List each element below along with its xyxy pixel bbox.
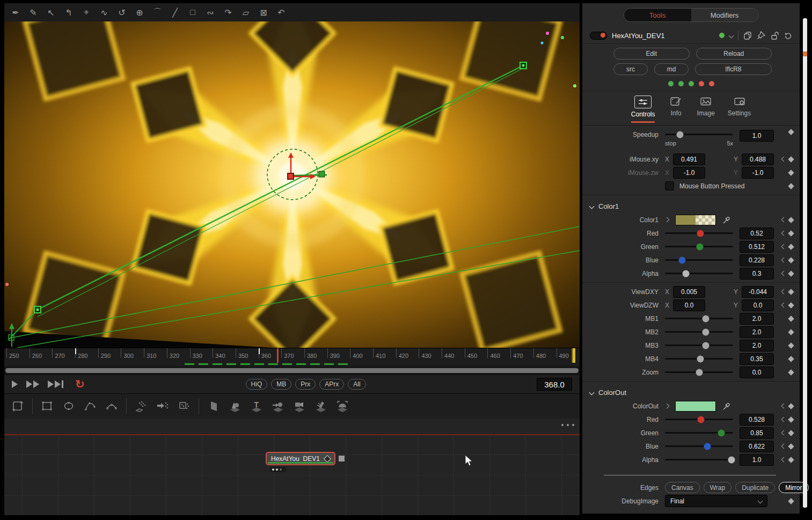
mb1-field[interactable]: 2.0 xyxy=(740,313,774,325)
mb4-slider[interactable] xyxy=(665,358,733,360)
lock-open-icon[interactable] xyxy=(770,31,779,40)
section-color1[interactable]: Color1 xyxy=(582,197,800,213)
keyframe-icon[interactable] xyxy=(788,129,794,135)
skip-to-end-button[interactable] xyxy=(48,380,63,388)
polygon-mask-icon[interactable] xyxy=(83,399,97,413)
imouse-x-field[interactable]: 0.491 xyxy=(673,153,705,165)
history-icon[interactable] xyxy=(784,31,792,40)
keyframe-icon[interactable] xyxy=(788,457,794,463)
src-button[interactable]: src xyxy=(613,63,648,75)
keyframe-icon[interactable] xyxy=(788,257,794,263)
keyframe-icon[interactable] xyxy=(788,342,794,348)
spot-light-3d-icon[interactable] xyxy=(314,399,328,413)
keyframe-icon[interactable] xyxy=(788,329,794,335)
keyframe-icon[interactable] xyxy=(788,270,794,276)
bypass-toggle[interactable] xyxy=(590,32,607,40)
edges-wrap-button[interactable]: Wrap xyxy=(704,482,731,493)
keyframe-icon[interactable] xyxy=(788,356,794,362)
expand-icon[interactable] xyxy=(664,217,670,223)
imouse-w-field[interactable]: -1.0 xyxy=(742,167,774,179)
keyframe-icon[interactable] xyxy=(788,170,794,175)
select-point-icon[interactable]: ↰ xyxy=(64,8,74,18)
line-segment-icon[interactable]: ╱ xyxy=(170,8,180,18)
keyframe-icon[interactable] xyxy=(788,183,794,189)
playhead[interactable] xyxy=(277,348,279,363)
keyframe-icon[interactable] xyxy=(788,403,794,409)
pin-point-icon[interactable]: ⊕ xyxy=(135,8,144,18)
node-hexatyou[interactable]: HexAtYou_DEV1 xyxy=(266,452,335,465)
point-lock-icon[interactable]: ⌖ xyxy=(82,8,91,17)
image-plane-3d-icon[interactable] xyxy=(207,399,221,413)
md-button[interactable]: md xyxy=(654,63,689,75)
color1-green-slider[interactable] xyxy=(665,246,733,247)
color1-alpha-field[interactable]: 0.3 xyxy=(740,268,774,280)
node-view-dots[interactable] xyxy=(270,467,286,472)
timeline-scrollbar[interactable] xyxy=(5,368,579,373)
curve-segment-icon[interactable]: ⌒ xyxy=(152,7,162,18)
marquee-select-icon[interactable]: □ xyxy=(188,8,197,17)
loop-button[interactable]: ↻ xyxy=(75,378,85,391)
particle-image-emitter-icon[interactable] xyxy=(156,399,170,413)
prev-keyframe-icon[interactable] xyxy=(781,289,787,295)
keyframe-icon[interactable] xyxy=(788,369,794,375)
renderer-3d-icon[interactable] xyxy=(335,399,349,413)
spline-handle-top-right[interactable] xyxy=(520,62,526,69)
colorout-green-field[interactable]: 0.85 xyxy=(740,427,774,439)
debug-image-select[interactable]: Final xyxy=(665,495,767,507)
tab-settings[interactable]: Settings xyxy=(728,96,751,123)
imouse-y-field[interactable]: 0.488 xyxy=(742,153,774,165)
viewer[interactable] xyxy=(4,21,580,348)
node-canvas[interactable]: HexAtYou_DEV1 xyxy=(4,435,580,515)
color1-alpha-slider[interactable] xyxy=(665,273,733,274)
status-dot[interactable] xyxy=(678,81,684,86)
color1-swatch[interactable] xyxy=(675,215,716,225)
prev-keyframe-icon[interactable] xyxy=(781,217,787,223)
quality-button[interactable]: MB xyxy=(271,379,291,390)
quality-button[interactable]: Prx xyxy=(295,379,316,390)
colorout-alpha-field[interactable]: 1.0 xyxy=(740,454,774,466)
transform-box-icon[interactable]: ▱ xyxy=(241,8,251,18)
colorout-blue-slider[interactable] xyxy=(665,445,733,447)
tab-image[interactable]: Image xyxy=(697,96,714,123)
prev-keyframe-icon[interactable] xyxy=(781,231,787,236)
keyframe-icon[interactable] xyxy=(788,217,794,223)
tab-controls[interactable]: Controls xyxy=(631,96,655,123)
speedup-value-field[interactable]: 1.0 xyxy=(740,130,774,142)
quality-button[interactable]: HiQ xyxy=(246,379,268,390)
prev-keyframe-icon[interactable] xyxy=(781,404,787,409)
prev-keyframe-icon[interactable] xyxy=(781,457,787,463)
reload-button[interactable]: Reload xyxy=(696,48,772,60)
particle-render-icon[interactable] xyxy=(177,399,191,413)
keyframe-icon[interactable] xyxy=(788,230,794,236)
colorout-red-slider[interactable] xyxy=(665,419,733,420)
mb2-field[interactable]: 2.0 xyxy=(740,326,774,338)
colorout-swatch[interactable] xyxy=(675,401,716,412)
loop-insert-icon[interactable]: ↺ xyxy=(117,8,127,18)
prev-keyframe-icon[interactable] xyxy=(781,417,787,422)
prev-keyframe-icon[interactable] xyxy=(781,271,787,276)
spline-handle-bottom-left[interactable] xyxy=(34,306,41,313)
keyframe-icon[interactable] xyxy=(788,316,794,321)
expand-icon[interactable] xyxy=(664,404,670,409)
keyframe-icon[interactable] xyxy=(788,443,794,449)
select-add-icon[interactable]: ↖ xyxy=(46,8,56,18)
prev-keyframe-icon[interactable] xyxy=(781,444,787,449)
quality-button[interactable]: APrx xyxy=(319,379,344,390)
edit-button[interactable]: Edit xyxy=(613,48,690,60)
delete-points-icon[interactable]: ⊠ xyxy=(259,8,268,18)
zoom-field[interactable]: 0.0 xyxy=(740,367,774,378)
viewdxy-y-field[interactable]: -0.044 xyxy=(742,286,774,298)
pencil-edit-icon[interactable]: ✎ xyxy=(28,8,38,18)
pin-icon[interactable] xyxy=(757,31,765,40)
eyedropper-icon[interactable] xyxy=(722,216,731,224)
keyframe-icon[interactable] xyxy=(788,498,794,504)
color1-red-slider[interactable] xyxy=(665,232,733,234)
pen-add-icon[interactable]: ✒ xyxy=(11,8,20,18)
shape-3d-icon[interactable] xyxy=(228,399,242,413)
colorout-blue-field[interactable]: 0.622 xyxy=(740,441,774,452)
play-button[interactable] xyxy=(12,380,18,388)
colorout-alpha-slider[interactable] xyxy=(665,459,733,460)
node-output-connector[interactable] xyxy=(339,456,345,462)
eyedropper-icon[interactable] xyxy=(722,402,731,411)
color1-red-field[interactable]: 0.52 xyxy=(740,228,774,239)
